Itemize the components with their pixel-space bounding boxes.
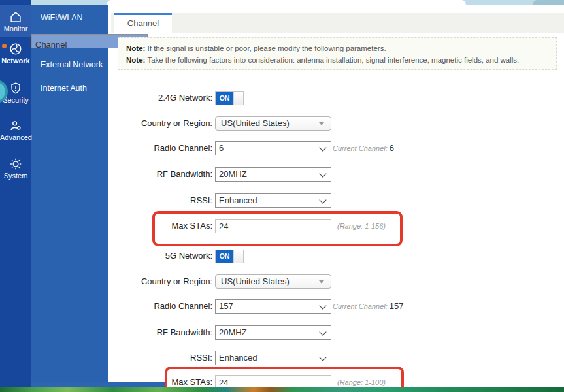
row-24g-network: 2.4G Network: ON — [0, 91, 244, 105]
rf-bandwidth-select-5g[interactable]: 20MHZ — [215, 325, 331, 340]
tab-bar — [111, 13, 564, 33]
select-value: 20MHZ — [219, 327, 247, 337]
sidebar-item-label: Advanced — [0, 133, 31, 141]
window-top-strip-highlight — [107, 0, 466, 5]
row-24g-rssi: RSSI: Enhanced — [0, 193, 331, 208]
current-channel-value: 157 — [390, 301, 404, 311]
desktop-wallpaper-strip — [0, 387, 564, 392]
toggle-on-label: ON — [216, 250, 233, 263]
field-label: Max STAs: — [0, 219, 212, 233]
field-label: RSSI: — [0, 193, 212, 208]
row-5g-rf-bandwidth: RF Bandwidth: 20MHZ — [0, 325, 331, 340]
field-label: 5G Network: — [0, 249, 212, 263]
rf-bandwidth-select-24g[interactable]: 20MHZ — [215, 167, 331, 182]
select-value: 6 — [219, 143, 224, 153]
row-24g-country: Country or Region: US(United States) — [0, 116, 331, 131]
radio-channel-select-5g[interactable]: 157 — [215, 299, 331, 314]
toggle-on-label: ON — [216, 92, 233, 105]
sidebar-item-label: Network — [0, 57, 31, 65]
note-line: Note: Take the following factors into co… — [126, 54, 548, 66]
rssi-select-24g[interactable]: Enhanced — [215, 193, 331, 208]
toggle-knob — [233, 250, 243, 263]
field-label: RSSI: — [0, 351, 212, 365]
select-value: Enhanced — [219, 353, 257, 363]
note-prefix: Note: — [126, 56, 145, 64]
country-value: US(United States) — [221, 118, 290, 128]
field-label: Radio Channel: — [0, 141, 212, 155]
dropdown-arrow-icon — [319, 280, 324, 284]
row-5g-radio-channel: Radio Channel: 157 — [0, 299, 331, 314]
row-5g-rssi: RSSI: Enhanced — [0, 351, 331, 365]
toggle-24g-network[interactable]: ON — [215, 91, 244, 105]
max-stas-input-24g[interactable] — [215, 219, 331, 233]
chevron-down-icon — [319, 196, 326, 203]
sidebar-item-label: Monitor — [0, 25, 31, 33]
country-select-24g[interactable]: US(United States) — [215, 116, 331, 131]
row-24g-rf-bandwidth: RF Bandwidth: 20MHZ — [0, 167, 331, 182]
notes-box: Note: If the signal is unstable or poor,… — [118, 37, 557, 70]
chevron-down-icon — [319, 353, 326, 361]
globe-icon — [8, 42, 23, 56]
field-label: RF Bandwidth: — [0, 167, 212, 182]
select-value: 20MHZ — [219, 169, 247, 179]
chevron-down-icon — [319, 170, 326, 177]
chevron-down-icon — [319, 328, 326, 335]
row-24g-radio-channel: Radio Channel: 6 — [0, 141, 331, 155]
note-text: If the signal is unstable or poor, pleas… — [145, 44, 386, 52]
toggle-5g-network[interactable]: ON — [215, 250, 244, 263]
current-channel-24g: Current Channel:6 — [333, 141, 394, 155]
tab-channel[interactable]: Channel — [114, 13, 172, 33]
field-label: RF Bandwidth: — [0, 325, 212, 340]
note-prefix: Note: — [126, 44, 145, 52]
current-channel-5g: Current Channel:157 — [333, 299, 403, 314]
submenu-item-external-network[interactable]: External Network — [31, 56, 108, 73]
chevron-down-icon — [319, 144, 326, 151]
chevron-down-icon — [319, 302, 326, 309]
select-value: Enhanced — [219, 195, 257, 205]
field-label: 2.4G Network: — [0, 91, 212, 105]
country-value: US(United States) — [221, 276, 290, 286]
select-value: 157 — [219, 301, 233, 311]
dropdown-arrow-icon — [319, 122, 324, 125]
row-24g-max-stas: Max STAs: — [0, 219, 331, 233]
current-channel-label: Current Channel: — [333, 144, 388, 152]
row-5g-country: Country or Region: US(United States) — [0, 274, 331, 289]
row-5g-network: 5G Network: ON — [0, 249, 244, 263]
current-channel-value: 6 — [390, 143, 394, 153]
window-top-strip-tab — [533, 0, 564, 5]
toggle-knob — [233, 92, 243, 105]
field-label: Country or Region: — [0, 116, 212, 131]
note-text: Take the following factors into consider… — [145, 56, 519, 64]
rssi-select-5g[interactable]: Enhanced — [215, 351, 331, 365]
radio-channel-select-24g[interactable]: 6 — [215, 141, 331, 155]
router-admin-screen: WiFi/WLAN Channel External Network Inter… — [0, 0, 564, 392]
note-line: Note: If the signal is unstable or poor,… — [126, 42, 548, 54]
current-channel-label: Current Channel: — [333, 302, 388, 310]
network-alert-badge — [2, 44, 7, 48]
home-icon — [8, 10, 23, 24]
submenu-item-wifi-wlan[interactable]: WiFi/WLAN — [31, 9, 108, 26]
sidebar-item-monitor[interactable]: Monitor — [0, 5, 31, 37]
field-label: Radio Channel: — [0, 299, 212, 314]
country-select-5g[interactable]: US(United States) — [215, 274, 331, 289]
field-label: Country or Region: — [0, 274, 212, 289]
submenu-bottom-sliver — [31, 382, 165, 387]
range-hint-24g: (Range: 1-156) — [337, 219, 386, 233]
